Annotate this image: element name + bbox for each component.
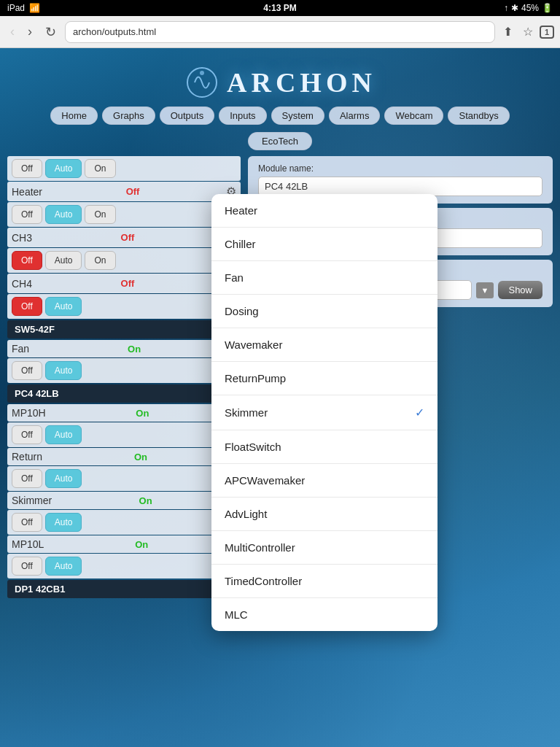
- dropdown-item-returnpump[interactable]: ReturnPump: [211, 362, 438, 395]
- dropdown-label-returnpump: ReturnPump: [225, 372, 286, 384]
- mp10h-row: MP10H On: [7, 404, 241, 422]
- module-name-label: Module name:: [258, 163, 542, 174]
- dropdown-item-wavemaker[interactable]: Wavemaker: [211, 328, 438, 362]
- forward-button[interactable]: ›: [23, 21, 36, 42]
- auto-btn-4[interactable]: Auto: [45, 297, 82, 316]
- off-btn-2[interactable]: Off: [12, 205, 42, 224]
- return-row: Return On: [7, 448, 241, 465]
- page-background: ARCHON Home Graphs Outputs Inputs System…: [0, 48, 560, 747]
- time-label: 4:13 PM: [263, 3, 296, 13]
- dropdown-item-multicontroller[interactable]: MultiController: [211, 531, 438, 565]
- control-row-8: Off Auto: [7, 510, 241, 535]
- dropdown-label-advlight: AdvLight: [225, 508, 267, 520]
- dropdown-label-heater: Heater: [225, 204, 257, 217]
- output-group-sw5: SW5-42F Fan On Off Auto: [7, 320, 241, 383]
- nav-standbys[interactable]: Standbys: [448, 107, 509, 125]
- auto-btn-1[interactable]: Auto: [45, 159, 82, 178]
- auto-btn-9[interactable]: Auto: [45, 557, 82, 576]
- on-btn-2[interactable]: On: [85, 205, 115, 224]
- dropdown-label-chiller: Chiller: [225, 238, 256, 250]
- pc4-header: PC4 42LB: [7, 384, 241, 403]
- nav-home[interactable]: Home: [50, 107, 98, 125]
- control-row-5: Off Auto: [7, 358, 241, 383]
- mp10l-status: On: [47, 539, 236, 550]
- function-dropdown: Heater Chiller Fan Dosing Wavemaker Retu…: [211, 194, 438, 631]
- nav-webcam[interactable]: Webcam: [384, 107, 443, 125]
- ch4-label: CH4: [12, 278, 32, 290]
- dropdown-label-multicontroller: MultiController: [225, 541, 295, 554]
- auto-btn-6[interactable]: Auto: [45, 425, 82, 444]
- ch3-label: CH3: [12, 232, 32, 244]
- ch3-row: CH3 Off ⚙: [7, 228, 241, 247]
- dp1-header: DP1 42CB1: [7, 580, 241, 598]
- dropdown-item-fan[interactable]: Fan: [211, 261, 438, 295]
- dropdown-item-apcwavemaker[interactable]: APCWavemaker: [211, 464, 438, 498]
- mp10h-status: On: [49, 408, 236, 419]
- dropdown-label-floatswitch: FloatSwitch: [225, 441, 281, 453]
- dropdown-item-chiller[interactable]: Chiller: [211, 228, 438, 261]
- dropdown-label-apcwavemaker: APCWavemaker: [225, 474, 305, 487]
- nav-outputs[interactable]: Outputs: [160, 107, 215, 125]
- nav-inputs[interactable]: Inputs: [219, 107, 266, 125]
- on-btn-1[interactable]: On: [85, 159, 115, 178]
- bookmark-icon[interactable]: ☆: [519, 22, 537, 42]
- dropdown-item-heater[interactable]: Heater: [211, 194, 438, 228]
- nav-graphs[interactable]: Graphs: [102, 107, 155, 125]
- dropdown-item-advlight[interactable]: AdvLight: [211, 498, 438, 531]
- control-row-4: Off Auto: [7, 294, 241, 319]
- off-btn-7[interactable]: Off: [12, 469, 42, 488]
- status-left: iPad 📶: [7, 3, 40, 13]
- dropdown-item-mlc[interactable]: MLC: [211, 598, 438, 631]
- auto-btn-8[interactable]: Auto: [45, 513, 82, 532]
- heater-label: Heater: [12, 186, 42, 198]
- control-row-1: Off Auto On: [7, 156, 241, 181]
- nav-alarms[interactable]: Alarms: [329, 107, 380, 125]
- nav-ecotech[interactable]: EcoTech: [248, 132, 312, 150]
- checkmark-icon: ✓: [415, 406, 424, 419]
- auto-btn-3[interactable]: Auto: [45, 251, 82, 270]
- tab-count[interactable]: 1: [540, 26, 554, 39]
- auto-btn-7[interactable]: Auto: [45, 469, 82, 488]
- dropdown-label-timedcontroller: TimedController: [225, 575, 302, 587]
- skimmer-label: Skimmer: [12, 495, 52, 506]
- fan-status: On: [32, 344, 236, 355]
- location-icon: ↑: [504, 3, 508, 13]
- skimmer-status: On: [55, 495, 236, 506]
- heater-status: Off: [45, 186, 220, 197]
- dropdown-item-timedcontroller[interactable]: TimedController: [211, 565, 438, 598]
- dropdown-item-skimmer[interactable]: Skimmer ✓: [211, 395, 438, 430]
- output-group-pc4: PC4 42LB MP10H On Off Auto Return: [7, 384, 241, 578]
- show-button[interactable]: Show: [498, 281, 542, 299]
- nav-system[interactable]: System: [271, 107, 324, 125]
- off-btn-9[interactable]: Off: [12, 557, 42, 576]
- dropdown-label-fan: Fan: [225, 271, 244, 284]
- reload-button[interactable]: ↻: [41, 21, 61, 43]
- share-icon[interactable]: ⬆: [499, 22, 516, 42]
- control-row-2: Off Auto On: [7, 202, 241, 227]
- back-button[interactable]: ‹: [6, 21, 19, 42]
- status-right: ↑ ✱ 45% 🔋: [504, 3, 553, 13]
- battery-icon: 🔋: [542, 3, 553, 13]
- url-bar[interactable]: [65, 21, 495, 43]
- dropdown-item-floatswitch[interactable]: FloatSwitch: [211, 430, 438, 464]
- auto-btn-5[interactable]: Auto: [45, 361, 82, 380]
- off-btn-3[interactable]: Off: [12, 251, 42, 270]
- off-btn-1[interactable]: Off: [12, 159, 42, 178]
- browser-actions: ⬆ ☆ 1: [499, 22, 554, 42]
- off-btn-5[interactable]: Off: [12, 361, 42, 380]
- sw5-header: SW5-42F: [7, 320, 241, 338]
- auto-btn-2[interactable]: Auto: [45, 205, 82, 224]
- on-btn-3[interactable]: On: [85, 251, 115, 270]
- skimmer-row: Skimmer On: [7, 492, 241, 509]
- dropdown-item-dosing[interactable]: Dosing: [211, 295, 438, 328]
- mp10l-row: MP10L On: [7, 535, 241, 553]
- off-btn-8[interactable]: Off: [12, 513, 42, 532]
- select-arrow-btn[interactable]: ▼: [476, 282, 494, 298]
- off-btn-6[interactable]: Off: [12, 425, 42, 444]
- off-btn-4[interactable]: Off: [12, 297, 42, 316]
- control-row-7: Off Auto: [7, 466, 241, 491]
- return-status: On: [45, 452, 236, 462]
- status-bar: iPad 📶 4:13 PM ↑ ✱ 45% 🔋: [0, 0, 560, 16]
- module-name-input[interactable]: [258, 177, 542, 196]
- ch4-row: CH4 Off ⚙: [7, 274, 241, 293]
